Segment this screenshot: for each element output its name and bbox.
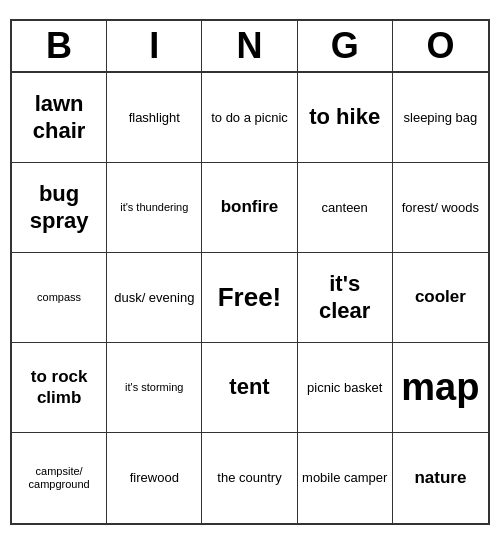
cell-text: Free!: [218, 282, 282, 313]
bingo-cell[interactable]: to do a picnic: [202, 73, 297, 163]
cell-text: picnic basket: [307, 380, 382, 396]
cell-text: map: [401, 365, 479, 411]
cell-text: to do a picnic: [211, 110, 288, 126]
header-letter: I: [107, 21, 202, 71]
cell-text: mobile camper: [302, 470, 387, 486]
bingo-cell[interactable]: flashlight: [107, 73, 202, 163]
bingo-cell[interactable]: bonfire: [202, 163, 297, 253]
bingo-cell[interactable]: sleeping bag: [393, 73, 488, 163]
cell-text: bonfire: [221, 197, 279, 217]
cell-text: firewood: [130, 470, 179, 486]
bingo-cell[interactable]: bug spray: [12, 163, 107, 253]
bingo-cell[interactable]: dusk/ evening: [107, 253, 202, 343]
header-letter: O: [393, 21, 488, 71]
cell-text: compass: [37, 291, 81, 304]
bingo-cell[interactable]: to rock climb: [12, 343, 107, 433]
bingo-cell[interactable]: it's storming: [107, 343, 202, 433]
bingo-cell[interactable]: campsite/ campground: [12, 433, 107, 523]
bingo-cell[interactable]: map: [393, 343, 488, 433]
cell-text: it's clear: [302, 271, 388, 324]
header-letter: B: [12, 21, 107, 71]
cell-text: nature: [414, 468, 466, 488]
cell-text: tent: [229, 374, 269, 400]
bingo-cell[interactable]: it's thundering: [107, 163, 202, 253]
bingo-cell[interactable]: Free!: [202, 253, 297, 343]
bingo-cell[interactable]: the country: [202, 433, 297, 523]
cell-text: bug spray: [16, 181, 102, 234]
cell-text: to rock climb: [16, 367, 102, 408]
bingo-cell[interactable]: it's clear: [298, 253, 393, 343]
cell-text: dusk/ evening: [114, 290, 194, 306]
bingo-cell[interactable]: compass: [12, 253, 107, 343]
cell-text: to hike: [309, 104, 380, 130]
cell-text: canteen: [322, 200, 368, 216]
bingo-card: BINGO lawn chairflashlightto do a picnic…: [10, 19, 490, 525]
cell-text: forest/ woods: [402, 200, 479, 216]
cell-text: sleeping bag: [404, 110, 478, 126]
cell-text: flashlight: [129, 110, 180, 126]
bingo-cell[interactable]: to hike: [298, 73, 393, 163]
cell-text: campsite/ campground: [16, 465, 102, 491]
cell-text: the country: [217, 470, 281, 486]
header-letter: G: [298, 21, 393, 71]
bingo-cell[interactable]: canteen: [298, 163, 393, 253]
cell-text: it's storming: [125, 381, 183, 394]
bingo-cell[interactable]: forest/ woods: [393, 163, 488, 253]
cell-text: cooler: [415, 287, 466, 307]
bingo-cell[interactable]: picnic basket: [298, 343, 393, 433]
header-letter: N: [202, 21, 297, 71]
bingo-cell[interactable]: cooler: [393, 253, 488, 343]
bingo-cell[interactable]: mobile camper: [298, 433, 393, 523]
bingo-cell[interactable]: tent: [202, 343, 297, 433]
bingo-cell[interactable]: nature: [393, 433, 488, 523]
cell-text: lawn chair: [16, 91, 102, 144]
cell-text: it's thundering: [120, 201, 188, 214]
bingo-cell[interactable]: lawn chair: [12, 73, 107, 163]
bingo-cell[interactable]: firewood: [107, 433, 202, 523]
bingo-header: BINGO: [12, 21, 488, 73]
bingo-grid: lawn chairflashlightto do a picnicto hik…: [12, 73, 488, 523]
